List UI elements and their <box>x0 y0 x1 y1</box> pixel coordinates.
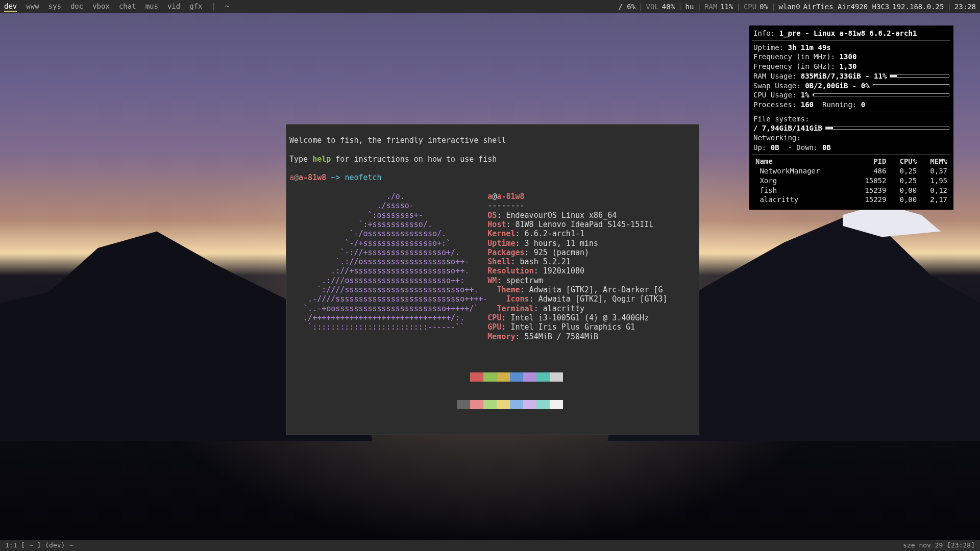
workspace-list: dev www sys doc vbox chat mus vid gfx | … <box>4 2 229 12</box>
palette-swatch <box>523 372 536 382</box>
net-up-label: Up: <box>753 143 766 152</box>
info-label: Info: <box>753 29 775 37</box>
palette-swatch <box>457 400 470 409</box>
palette-swatch <box>470 400 483 409</box>
freq-ghz-label: Frequency (in GHz): <box>753 62 835 70</box>
palette-swatch <box>536 400 550 409</box>
proc-row: NetworkManager4860,250,37 <box>753 166 949 176</box>
vol-value: 40% <box>662 2 675 11</box>
workspace-doc[interactable]: doc <box>70 2 83 12</box>
proc-col-header: MEM% <box>919 157 949 166</box>
cpu-usage-value: 1% <box>801 90 810 100</box>
bottom-left: 1:1 [ ~ ] (dev) ~ <box>5 541 73 550</box>
proc-col-header: PID <box>852 157 889 166</box>
fish-welcome-1: Welcome to fish, the friendly interactiv… <box>289 136 696 145</box>
net-ip: 192.168.0.25 <box>892 2 944 11</box>
palette-swatch <box>483 400 497 409</box>
palette-swatch <box>523 400 536 409</box>
prompt-line-1: a@a-81w8 ~> neofetch <box>289 173 696 182</box>
workspace-mus[interactable]: mus <box>145 2 158 12</box>
bottom-status-bar: 1:1 [ ~ ] (dev) ~ sze nov 29 [23:28] <box>0 540 980 551</box>
palette-swatch <box>483 372 497 382</box>
workspace-chat[interactable]: chat <box>119 2 136 12</box>
status-right: / 6% | VOL 40% | hu | RAM 11% | CPU 0% |… <box>618 2 976 11</box>
swap-bar <box>873 84 949 87</box>
processes-value: 160 <box>801 101 814 109</box>
window-title: ~ <box>225 2 229 12</box>
workspace-dev[interactable]: dev <box>4 2 17 12</box>
workspace-vid[interactable]: vid <box>167 2 180 12</box>
palette-swatch <box>536 372 550 382</box>
workspace-sys[interactable]: sys <box>48 2 61 12</box>
top-status-bar: dev www sys doc vbox chat mus vid gfx | … <box>0 0 980 13</box>
proc-col-header: Name <box>753 157 852 166</box>
palette-swatch <box>510 372 523 382</box>
filesystems-header: File systems: <box>753 114 949 124</box>
freq-mhz-label: Frequency (in MHz): <box>753 53 835 61</box>
palette-swatch <box>470 372 483 382</box>
info-value: 1_pre - Linux a-81w8 6.6.2-arch1 <box>779 29 917 37</box>
swap-usage-label: Swap Usage: <box>753 81 801 91</box>
processes-label: Processes: <box>753 101 796 109</box>
ram-label: RAM <box>704 2 717 11</box>
help-link[interactable]: help <box>312 155 331 164</box>
palette-swatch <box>550 372 563 382</box>
fs-bar <box>825 127 949 130</box>
freq-mhz-value: 1300 <box>840 53 857 61</box>
ram-usage-label: RAM Usage: <box>753 71 796 81</box>
color-palette <box>457 354 563 428</box>
palette-swatch <box>510 400 523 409</box>
kbd-layout: hu <box>685 2 694 11</box>
proc-row: fish152390,000,12 <box>753 186 949 195</box>
workspace-gfx[interactable]: gfx <box>189 2 202 12</box>
title-separator: | <box>212 2 216 12</box>
cpu-bar <box>813 93 949 96</box>
filesystem-root: / 7,94GiB/141GiB <box>753 123 822 133</box>
vol-label: VOL <box>646 2 659 11</box>
workspace-vbox[interactable]: vbox <box>92 2 110 12</box>
proc-row: alacritty152290,002,17 <box>753 195 949 205</box>
neofetch-output: ./o. a@a-81w8 ./sssso- -------- `:osssss… <box>289 192 696 341</box>
net-ssid: AirTies_Air4920_H3C3 <box>803 2 890 11</box>
cpu-usage-label: CPU Usage: <box>753 90 796 100</box>
palette-swatch <box>497 400 510 409</box>
uptime-label: Uptime: <box>753 43 783 52</box>
palette-swatch <box>497 372 510 382</box>
process-table: NamePIDCPU%MEM% NetworkManager4860,250,3… <box>753 157 949 205</box>
cpu-value: 0% <box>760 2 768 11</box>
ram-bar <box>890 74 949 78</box>
running-label: Running: <box>822 101 856 109</box>
ram-usage-value: 835MiB/7,33GiB - 11% <box>801 71 887 81</box>
disk-usage: / 6% <box>618 2 635 11</box>
freq-ghz-value: 1,30 <box>840 62 857 70</box>
uptime-value: 3h 11m 49s <box>788 43 830 52</box>
ram-value: 11% <box>720 2 733 11</box>
palette-swatch <box>550 400 563 409</box>
palette-swatch <box>457 372 470 382</box>
terminal-window[interactable]: Welcome to fish, the friendly interactiv… <box>286 124 699 435</box>
workspace-www[interactable]: www <box>26 2 39 12</box>
proc-row: Xorg150520,251,95 <box>753 176 949 186</box>
clock: 23:28 <box>954 2 976 11</box>
net-up-value: 0B <box>771 143 779 152</box>
cpu-label: CPU <box>744 2 756 11</box>
net-down-value: 0B <box>822 143 831 152</box>
swap-usage-value: 0B/2,00GiB - 0% <box>805 81 869 91</box>
system-monitor-panel: Info: 1_pre - Linux a-81w8 6.6.2-arch1 U… <box>749 26 953 210</box>
proc-col-header: CPU% <box>888 157 919 166</box>
running-value: 0 <box>861 101 865 109</box>
networking-header: Networking: <box>753 133 949 143</box>
bottom-right-date: sze nov 29 [23:28] <box>903 541 975 550</box>
net-iface: wlan0 <box>779 2 800 11</box>
command: neofetch <box>345 173 381 182</box>
net-down-label: - Down: <box>788 143 818 152</box>
fish-welcome-2: Type help for instructions on how to use… <box>289 155 696 164</box>
